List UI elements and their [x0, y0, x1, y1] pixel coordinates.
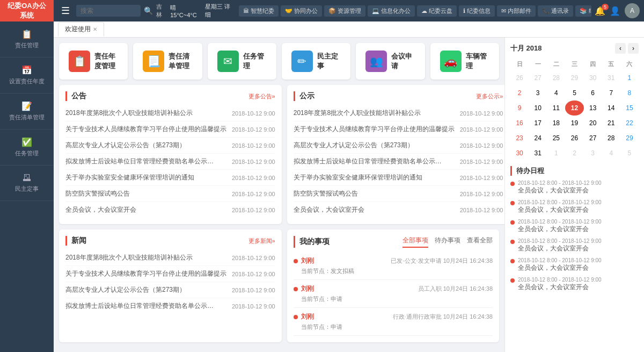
topbar-nav-smart-committee[interactable]: 🏛 智慧纪委	[239, 5, 279, 17]
list-item[interactable]: 防空防灾警报试鸣公告 2018-10-12 9:00	[65, 186, 275, 202]
calendar-day[interactable]: 14	[602, 100, 620, 116]
tab-welcome[interactable]: 欢迎使用 ✕	[58, 22, 104, 37]
news-more[interactable]: 更多新闻»	[248, 237, 275, 245]
calendar-prev[interactable]: ‹	[615, 43, 626, 54]
list-item[interactable]: 全员会议，大会议室开会 2018-10-12 9:00	[294, 202, 503, 218]
calendar-day[interactable]: 28	[547, 70, 565, 85]
list-item[interactable]: 高层次专业人才认定公示公告（第273期） 2018-10-12 9:00	[65, 282, 275, 298]
qa-item-vehicle[interactable]: 🚗 车辆管理	[430, 43, 499, 80]
calendar-day[interactable]: 2	[565, 146, 583, 161]
user-icon[interactable]: 👤	[610, 6, 620, 16]
announcement-more[interactable]: 更多公告»	[248, 92, 275, 100]
list-item[interactable]: 关于专业技术人员继续教育学习平台停止使用的温馨提示 2018-10-12 9:0…	[65, 121, 275, 138]
calendar-day[interactable]: 31	[602, 70, 620, 85]
list-item[interactable]: 关于举办实验室安全健康环保管理培训的通知 2018-10-12 9:00	[294, 170, 503, 186]
calendar-day[interactable]: 31	[529, 146, 547, 161]
calendar-day[interactable]: 29	[620, 131, 639, 146]
list-item[interactable]: 2018年度第8批次个人职业技能培训补贴公示 2018-10-12 9:00	[294, 105, 503, 121]
sidebar-item-set-duty-year[interactable]: 📅 设置责任年度	[0, 58, 54, 94]
calendar-day[interactable]: 27	[529, 70, 547, 85]
calendar-day[interactable]: 25	[547, 131, 565, 146]
schedule-item[interactable]: 2018-10-12 8:00 - 2018-10-12 9:00 全员会议，大…	[510, 257, 639, 272]
calendar-day[interactable]: 15	[620, 100, 639, 116]
list-item[interactable]: 关于专业技术人员继续教育学习平台停止使用的温馨提示 2018-10-12 9:0…	[294, 121, 503, 138]
publicity-more[interactable]: 更多公示»	[476, 92, 503, 100]
list-item[interactable]: 全员会议，大会议室开会 2018-10-12 9:00	[65, 202, 275, 218]
list-item[interactable]: 高层次专业人才认定公示公告（第273期） 2018-10-12 9:00	[294, 138, 503, 154]
calendar-day[interactable]: 26	[510, 70, 529, 85]
calendar-day[interactable]: 22	[620, 116, 639, 131]
topbar-nav-internal-mail[interactable]: ✉ 内部邮件	[497, 5, 536, 17]
list-item[interactable]: 高层次专业人才认定公示公告（第273期） 2018-10-12 9:00	[65, 138, 275, 154]
calendar-day[interactable]: 26	[565, 131, 583, 146]
topbar-nav-contacts[interactable]: 📞 通讯录	[538, 5, 573, 17]
topbar-nav-info-office[interactable]: 💻 信息化办公	[368, 5, 415, 17]
task-tab-view-all[interactable]: 查看全部	[467, 236, 493, 248]
list-item[interactable]: 2018年度第8批次个人职业技能培训补贴公示 2018-10-12 9:00	[65, 105, 275, 121]
sidebar-item-democracy[interactable]: 🗳 民主定事	[0, 166, 54, 201]
sidebar-item-duty-mgmt[interactable]: 📋 责任管理	[0, 21, 54, 58]
qa-item-duty-list[interactable]: 📃 责任清单管理	[133, 43, 202, 80]
calendar-day[interactable]: 12	[565, 100, 583, 116]
notification-bell[interactable]: 🔔 5	[595, 6, 605, 16]
calendar-day[interactable]: 5	[565, 85, 583, 100]
calendar-day[interactable]: 4	[547, 85, 565, 100]
calendar-day[interactable]: 30	[584, 70, 602, 85]
tab-close-icon[interactable]: ✕	[93, 26, 97, 32]
calendar-day[interactable]: 11	[547, 100, 565, 116]
user-avatar[interactable]: A	[625, 3, 640, 18]
calendar-day[interactable]: 6	[584, 85, 602, 100]
calendar-next[interactable]: ›	[628, 43, 639, 54]
search-input[interactable]	[76, 5, 141, 17]
list-item[interactable]: 拟发放博士后设站单位日常管理经费资助名单公示… 2018-10-12 9:00	[65, 154, 275, 170]
schedule-item[interactable]: 2018-10-12 8:00 - 2018-10-12 9:00 全员会议，大…	[510, 180, 639, 195]
calendar-day[interactable]: 7	[602, 85, 620, 100]
topbar-nav-resource-mgmt[interactable]: 📦 资源管理	[324, 5, 365, 17]
calendar-day[interactable]: 5	[620, 146, 639, 161]
calendar-day[interactable]: 2	[510, 85, 529, 100]
topbar-nav-committee-cloud[interactable]: ☁ 纪委云盘	[417, 5, 457, 17]
list-item[interactable]: 防空防灾警报试鸣公告 2018-10-12 9:00	[294, 186, 503, 202]
calendar-day[interactable]: 3	[529, 85, 547, 100]
topbar-nav-knowledge[interactable]: 📚 纪委知识库	[575, 5, 591, 17]
task-tab-all[interactable]: 全部事项	[402, 236, 428, 248]
calendar-day[interactable]: 16	[510, 116, 529, 131]
calendar-day[interactable]: 10	[529, 100, 547, 116]
calendar-day[interactable]: 4	[602, 146, 620, 161]
search-icon[interactable]: 🔍	[144, 6, 153, 15]
list-item[interactable]: 关于举办实验室安全健康环保管理培训的通知 2018-10-12 9:00	[65, 170, 275, 186]
calendar-day[interactable]: 21	[602, 116, 620, 131]
list-item[interactable]: 拟发放博士后设站单位日常管理经费资助名单公示… 2018-10-12 9:00	[65, 298, 275, 314]
task-item[interactable]: 刘刚 员工入职 10月24日 16:24:38 当前节点：申请	[294, 280, 493, 308]
sidebar-item-task-mgmt[interactable]: ✅ 任务管理	[0, 130, 54, 166]
list-item[interactable]: 2018年度第8批次个人职业技能培训补贴公示 2018-10-12 9:00	[65, 250, 275, 266]
topbar-nav-collab-office[interactable]: 🤝 协同办公	[281, 5, 322, 17]
qa-item-democracy[interactable]: ✏ 民主定事	[282, 43, 350, 80]
calendar-day[interactable]: 18	[547, 116, 565, 131]
topbar-nav-committee-info[interactable]: ℹ 纪委信息	[459, 5, 495, 17]
calendar-day[interactable]: 19	[565, 116, 583, 131]
calendar-day[interactable]: 29	[565, 70, 583, 85]
schedule-item[interactable]: 2018-10-12 8:00 - 2018-10-12 9:00 全员会议，大…	[510, 219, 639, 234]
calendar-day[interactable]: 20	[584, 116, 602, 131]
calendar-day[interactable]: 27	[584, 131, 602, 146]
qa-item-meeting[interactable]: 👥 会议申请	[356, 43, 425, 80]
schedule-item[interactable]: 2018-10-12 8:00 - 2018-10-12 9:00 全员会议，大…	[510, 199, 639, 214]
sidebar-item-duty-list[interactable]: 📝 责任清单管理	[0, 94, 54, 130]
calendar-day[interactable]: 1	[620, 70, 639, 85]
list-item[interactable]: 拟发放博士后设站单位日常管理经费资助名单公示… 2018-10-12 9:00	[294, 154, 503, 170]
calendar-day[interactable]: 17	[529, 116, 547, 131]
calendar-day[interactable]: 8	[620, 85, 639, 100]
task-tab-pending[interactable]: 待办事项	[435, 236, 460, 248]
calendar-day[interactable]: 1	[547, 146, 565, 161]
list-item[interactable]: 关于专业技术人员继续教育学习平台停止使用的温馨提示 2018-10-12 9:0…	[65, 266, 275, 282]
calendar-day[interactable]: 9	[510, 100, 529, 116]
calendar-day[interactable]: 30	[510, 146, 529, 161]
qa-item-duty-year[interactable]: 📋 责任年度管理	[59, 43, 128, 80]
calendar-day[interactable]: 28	[602, 131, 620, 146]
schedule-item[interactable]: 2018-10-12 8:00 - 2018-10-12 9:00 全员会议，大…	[510, 277, 639, 292]
qa-item-task[interactable]: ✉ 任务管理	[208, 43, 276, 80]
task-item[interactable]: 刘刚 已发·公文·发文申请 10月24日 16:24:38 当前节点：发文拟稿	[294, 252, 493, 280]
calendar-day[interactable]: 24	[529, 131, 547, 146]
schedule-item[interactable]: 2018-10-12 8:00 - 2018-10-12 9:00 全员会议，大…	[510, 238, 639, 253]
